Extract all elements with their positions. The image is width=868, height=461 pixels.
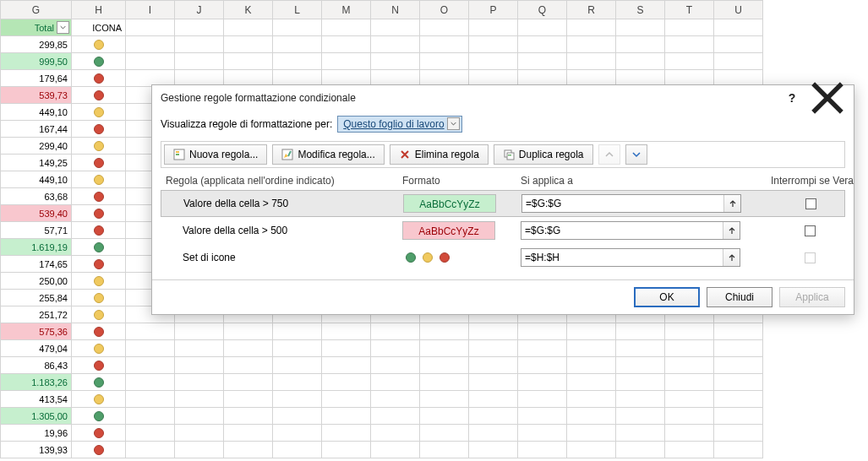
rule-row[interactable]: Set di icone [161,244,845,271]
cell[interactable] [616,53,665,70]
cell[interactable] [616,19,665,36]
cell[interactable] [126,53,175,70]
help-button[interactable]: ? [774,85,810,111]
icon-cell[interactable] [72,425,126,442]
cell[interactable] [714,357,763,374]
cell[interactable] [567,391,616,408]
value-cell[interactable]: 1.183,26 [1,374,72,391]
cell[interactable] [224,425,273,442]
cell[interactable] [616,374,665,391]
icon-cell[interactable] [72,442,126,458]
cell[interactable] [665,442,714,458]
value-cell[interactable]: 1.305,00 [1,408,72,425]
col-header-T[interactable]: T [665,1,714,19]
cell[interactable] [322,53,371,70]
cell[interactable] [420,425,469,442]
cell[interactable] [224,408,273,425]
cell[interactable] [469,425,518,442]
cell[interactable] [469,442,518,458]
cell[interactable] [420,408,469,425]
cell[interactable] [616,36,665,53]
cell[interactable] [518,357,567,374]
cell[interactable] [224,53,273,70]
cell[interactable] [518,374,567,391]
cell[interactable] [371,357,420,374]
filter-dropdown-icon[interactable] [57,21,69,34]
cell[interactable] [175,374,224,391]
cell[interactable] [175,408,224,425]
icon-cell[interactable] [72,391,126,408]
cell[interactable] [518,36,567,53]
cell[interactable] [224,19,273,36]
cell[interactable] [126,323,175,340]
cell[interactable] [371,19,420,36]
value-cell[interactable]: 86,43 [1,357,72,374]
cell[interactable] [616,425,665,442]
cell[interactable] [567,19,616,36]
cell[interactable] [322,340,371,357]
cell[interactable] [175,19,224,36]
cell[interactable] [714,374,763,391]
cell[interactable] [371,425,420,442]
cell[interactable] [420,391,469,408]
value-cell[interactable]: 299,40 [1,138,72,155]
cell[interactable] [371,36,420,53]
icon-cell[interactable] [72,290,126,306]
cell[interactable] [714,323,763,340]
cell[interactable] [322,442,371,458]
value-cell[interactable]: 449,10 [1,104,72,121]
cell[interactable] [469,323,518,340]
cell[interactable] [714,340,763,357]
cell[interactable] [714,53,763,70]
cell[interactable] [322,36,371,53]
cell[interactable] [616,408,665,425]
cell[interactable] [224,36,273,53]
cell[interactable] [518,323,567,340]
cell[interactable] [665,357,714,374]
cell[interactable] [469,340,518,357]
cell[interactable] [665,53,714,70]
delete-rule-button[interactable]: Elimina regola [390,144,489,165]
cell[interactable] [371,53,420,70]
stop-if-true-checkbox[interactable] [805,225,816,236]
cell[interactable] [322,357,371,374]
cell[interactable] [175,442,224,458]
cell[interactable] [518,408,567,425]
cell[interactable] [567,357,616,374]
close-icon[interactable] [810,85,845,111]
value-cell[interactable]: 1.619,19 [1,239,72,256]
icon-cell[interactable] [72,357,126,374]
cell[interactable] [273,408,322,425]
applies-to-input[interactable] [521,221,740,240]
cell[interactable] [126,425,175,442]
cell[interactable] [567,340,616,357]
value-cell[interactable]: 539,40 [1,205,72,222]
cell[interactable] [371,323,420,340]
cell[interactable] [420,340,469,357]
value-cell[interactable]: 167,44 [1,121,72,138]
cell[interactable] [567,323,616,340]
cell[interactable] [518,391,567,408]
icon-cell[interactable] [72,87,126,104]
value-cell[interactable]: 575,36 [1,323,72,340]
col-header-J[interactable]: J [175,1,224,19]
value-cell[interactable]: 174,65 [1,256,72,273]
icon-cell[interactable] [72,155,126,171]
cell[interactable] [420,19,469,36]
col-header-K[interactable]: K [224,1,273,19]
scope-select[interactable]: Questo foglio di lavoro [337,116,461,133]
cell[interactable] [273,323,322,340]
icon-cell[interactable] [72,205,126,222]
icon-cell[interactable] [72,340,126,357]
cell[interactable] [126,374,175,391]
cell[interactable] [224,323,273,340]
cell[interactable] [469,408,518,425]
cell[interactable] [420,53,469,70]
value-cell[interactable]: 255,84 [1,290,72,306]
cell[interactable] [469,391,518,408]
value-cell[interactable]: 299,85 [1,36,72,53]
col-header-Q[interactable]: Q [518,1,567,19]
value-cell[interactable]: 250,00 [1,273,72,290]
cell[interactable] [224,374,273,391]
cell[interactable] [175,425,224,442]
